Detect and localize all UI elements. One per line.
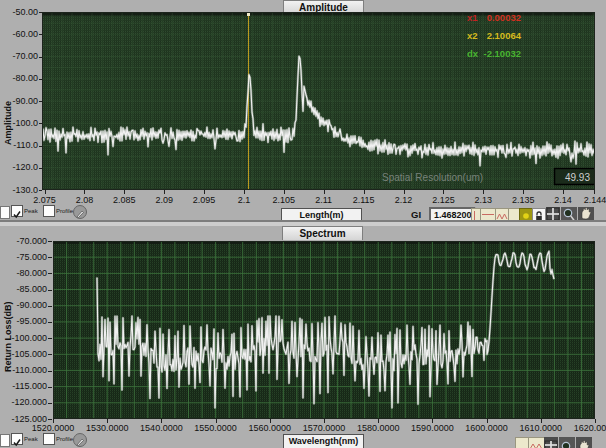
svg-text:49.93: 49.93	[565, 172, 590, 183]
svg-text:0.00032: 0.00032	[487, 12, 521, 23]
svg-text:Spatial Resolution(um): Spatial Resolution(um)	[382, 172, 483, 183]
svg-text:x1: x1	[467, 12, 478, 23]
svg-text:-2.10032: -2.10032	[483, 48, 521, 59]
svg-text:x2: x2	[467, 30, 478, 41]
svg-text:2.10064: 2.10064	[487, 30, 522, 41]
svg-text:dx: dx	[467, 48, 479, 59]
